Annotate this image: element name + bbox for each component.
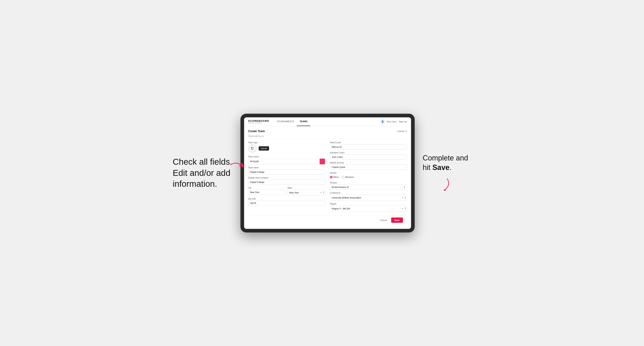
city-state-row: City State New York: [248, 187, 325, 196]
zip-input[interactable]: [248, 200, 325, 206]
city-group: City: [248, 187, 286, 196]
annotation-right-line1: Complete and: [423, 154, 468, 162]
annotation-line3: information.: [172, 179, 217, 188]
page-title: Create Team: [248, 130, 265, 133]
cancel-close-btn[interactable]: Cancel ✕: [397, 130, 407, 132]
division-select-wrapper: NCAA Division III ▲▼: [330, 184, 407, 190]
tablet-frame: SCOREBOARD Powered by clippd TOURNAMENTS…: [240, 114, 415, 232]
colour-swatch[interactable]: [320, 159, 325, 165]
zip-code-field: Zip code: [248, 198, 325, 206]
logo-area: SCOREBOARD Powered by clippd: [248, 120, 269, 124]
logo-sub: Powered by clippd: [248, 122, 269, 124]
logo-circle: C: [248, 144, 257, 153]
logo-text: SCOREBOARD: [248, 120, 269, 122]
svg-marker-0: [444, 188, 446, 191]
team-name-input[interactable]: [248, 169, 325, 174]
team-logo-label: Team logo: [248, 142, 325, 144]
form-col-right: Head Coach Assistant Coach Athletic Dire…: [330, 142, 407, 214]
conference-clear-btn[interactable]: ✕: [401, 196, 404, 199]
region-clear-btn[interactable]: ✕: [401, 207, 404, 210]
mens-radio-dot: [330, 176, 333, 178]
logo-upload-area: C Upload: [248, 144, 325, 153]
division-label: Division: [330, 182, 407, 184]
head-coach-label: Head Coach: [330, 142, 407, 144]
team-name-label: Team name: [248, 167, 325, 169]
nav-right: 👤 Test User | Sign out: [380, 119, 407, 124]
annotation-left: Check all fields. Edit and/or add inform…: [172, 157, 232, 189]
tab-teams[interactable]: TEAMS: [297, 117, 310, 126]
annotation-line1: Check all fields.: [172, 157, 232, 167]
annotation-line2: Edit and/or add: [172, 168, 230, 178]
region-label: Region: [330, 203, 407, 205]
athletic-director-field: Athletic Director: [330, 162, 407, 170]
nav-bar: SCOREBOARD Powered by clippd TOURNAMENTS…: [244, 117, 411, 126]
footer-save-button[interactable]: Save: [391, 217, 403, 223]
region-chevron-icon: ▲▼: [404, 207, 406, 210]
assistant-coach-input[interactable]: [330, 154, 407, 160]
display-name-input[interactable]: [248, 179, 325, 185]
athletic-director-label: Athletic Director: [330, 162, 407, 164]
conference-chevron-icon: ▲▼: [404, 196, 406, 199]
colour-field-wrapper: [248, 159, 325, 165]
form-footer: Cancel Save: [248, 215, 407, 226]
head-coach-field: Head Coach: [330, 142, 407, 150]
team-colour-label: Team colour: [248, 156, 325, 158]
state-group: State New York ✕ ▲▼: [288, 187, 325, 196]
conference-select-display: University Athletic Association: [330, 195, 407, 201]
annotation-right-dot: .: [450, 163, 452, 172]
city-input[interactable]: [248, 189, 286, 195]
head-coach-input[interactable]: [330, 144, 407, 150]
annotation-right-line2: hit: [423, 163, 432, 172]
zip-label: Zip code: [248, 198, 325, 200]
athletic-director-input[interactable]: [330, 165, 407, 170]
state-select-controls: ✕ ▲▼: [320, 191, 324, 194]
division-field: Division NCAA Division III ▲▼: [330, 182, 407, 190]
user-avatar: 👤: [380, 119, 385, 124]
page-wrapper: Check all fields. Edit and/or add inform…: [8, 114, 636, 232]
city-label: City: [248, 187, 286, 189]
state-clear-btn[interactable]: ✕: [320, 191, 322, 194]
gender-mens-option[interactable]: Mens: [330, 176, 339, 178]
tablet-screen: SCOREBOARD Powered by clippd TOURNAMENTS…: [244, 117, 411, 229]
state-select-wrapper: New York ✕ ▲▼: [288, 189, 325, 196]
conference-select-wrapper: University Athletic Association ✕ ▲▼: [330, 195, 407, 201]
state-chevron-icon: ▲▼: [323, 191, 324, 194]
assistant-coach-field: Assistant Coach: [330, 152, 407, 160]
annotation-right-bold: Save: [432, 163, 450, 172]
display-name-label: Display name (unique): [248, 177, 325, 179]
form-col-left: Team logo C Upload Team colour: [248, 142, 325, 214]
conference-label: Conference: [330, 192, 407, 194]
team-colour-field: Team colour: [248, 156, 325, 165]
gender-radio-group: Mens Womens: [330, 174, 407, 180]
division-select[interactable]: NCAA Division III: [330, 184, 407, 190]
state-label: State: [288, 187, 325, 189]
city-state-field: City State New York: [248, 187, 325, 196]
gender-field: Gender Mens Womens: [330, 172, 407, 180]
sign-out-link[interactable]: Sign out: [399, 120, 407, 123]
footer-cancel-button[interactable]: Cancel: [378, 218, 389, 223]
conference-select-controls: ✕ ▲▼: [401, 196, 406, 199]
upload-button[interactable]: Upload: [259, 146, 269, 151]
assistant-coach-label: Assistant Coach: [330, 152, 407, 154]
team-name-field: Team name: [248, 167, 325, 174]
gender-label: Gender: [330, 172, 407, 174]
annotation-right: Complete and hit Save.: [423, 153, 472, 193]
region-select-controls: ✕ ▲▼: [401, 207, 406, 210]
close-icon: ✕: [405, 130, 407, 132]
tab-tournaments[interactable]: TOURNAMENTS: [274, 117, 297, 126]
nav-tabs: TOURNAMENTS TEAMS: [274, 117, 310, 126]
form-grid: Team logo C Upload Team colour: [248, 142, 407, 214]
arrow-right-annotation: [423, 176, 472, 193]
display-name-field: Display name (unique): [248, 177, 325, 185]
page-header: Create Team Cancel ✕: [248, 130, 407, 133]
womens-radio-dot: [342, 176, 344, 178]
region-field: Region Region II - (M) DIII ✕ ▲▼: [330, 203, 407, 212]
gender-womens-option[interactable]: Womens: [342, 176, 354, 178]
team-logo-field: Team logo C Upload: [248, 142, 325, 154]
section-label: TEAM DETAILS: [248, 135, 407, 139]
conference-field: Conference University Athletic Associati…: [330, 192, 407, 201]
user-label: Test User |: [386, 120, 397, 123]
region-select-display: Region II - (M) DIII: [330, 205, 407, 212]
region-select-wrapper: Region II - (M) DIII ✕ ▲▼: [330, 205, 407, 212]
colour-input[interactable]: [248, 159, 320, 164]
